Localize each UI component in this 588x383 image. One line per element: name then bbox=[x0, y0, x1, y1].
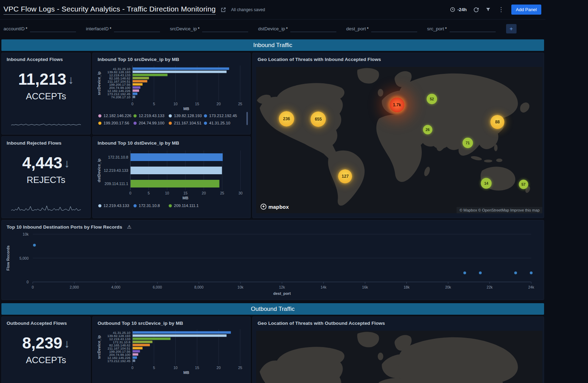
svg-text:22k: 22k bbox=[487, 285, 493, 289]
svg-text:74.208.17.10: 74.208.17.10 bbox=[111, 95, 130, 99]
dstDevice_ip-input[interactable] bbox=[290, 25, 336, 32]
legend-item[interactable]: 211.167.104.51 bbox=[169, 121, 204, 125]
svg-text:10k: 10k bbox=[23, 232, 29, 236]
filter-dstDevice_ip: dstDevice_ip* bbox=[258, 25, 336, 32]
svg-text:25: 25 bbox=[238, 366, 242, 370]
panel-outbound-src-top10: Outbound Top 10 srcDevice_ip by MB 05101… bbox=[92, 316, 251, 383]
trend-down-icon: ↓ bbox=[64, 337, 70, 350]
map-marker[interactable]: 57 bbox=[519, 179, 528, 189]
legend-item[interactable]: 12.182.146.226 bbox=[98, 114, 133, 118]
svg-text:dstDevice_ip: dstDevice_ip bbox=[97, 159, 101, 182]
legend-item[interactable]: 204.74.99.100 bbox=[133, 121, 169, 125]
svg-text:2,000: 2,000 bbox=[70, 285, 79, 289]
dest_port-input[interactable] bbox=[371, 25, 417, 32]
inbound-dst-bar-chart[interactable]: 051015202530172.31.10.812.219.43.133209.… bbox=[96, 148, 247, 201]
svg-text:14k: 14k bbox=[321, 285, 327, 289]
dashboard: VPC Flow Logs - Security Analytics - Tra… bbox=[0, 0, 545, 383]
panel-title: Inbound Rejected Flows bbox=[2, 137, 66, 146]
inbound-src-bar-chart[interactable]: 051015202541.31.25.10139.82.128.19312.21… bbox=[96, 64, 247, 112]
map-marker[interactable]: 26 bbox=[423, 125, 432, 134]
required-marker: * bbox=[110, 26, 112, 31]
legend-label: 211.167.104.51 bbox=[174, 121, 201, 125]
map-marker[interactable]: 127 bbox=[338, 169, 352, 183]
svg-text:5: 5 bbox=[153, 366, 155, 370]
src_port-input[interactable] bbox=[450, 25, 496, 32]
legend-label: 41.31.25.10 bbox=[209, 121, 230, 125]
svg-text:0: 0 bbox=[131, 366, 133, 370]
legend-label: 139.82.128.193 bbox=[174, 114, 202, 118]
map-marker[interactable]: 1.7k bbox=[390, 98, 404, 112]
svg-text:MB: MB bbox=[183, 370, 189, 375]
panel-title: Inbound Top 10 dstDevice_ip by MB bbox=[93, 137, 250, 146]
panel-title: Outbound Top 10 srcDevice_ip by MB bbox=[93, 317, 250, 326]
add-panel-button[interactable]: Add Panel bbox=[511, 5, 541, 15]
inbound-threat-map[interactable]: mapbox © Mapbox © OpenStreetMap Improve … bbox=[256, 67, 542, 213]
map-marker[interactable]: 71 bbox=[463, 138, 473, 148]
svg-text:srcDevice_ip: srcDevice_ip bbox=[97, 335, 101, 359]
legend-label: 209.114.111.1 bbox=[174, 204, 199, 208]
map-marker[interactable]: 88 bbox=[490, 115, 504, 129]
svg-text:4,000: 4,000 bbox=[111, 285, 120, 289]
map-marker[interactable]: 236 bbox=[279, 111, 294, 127]
share-icon[interactable] bbox=[221, 7, 226, 13]
legend-item[interactable]: 41.31.25.10 bbox=[204, 121, 239, 125]
map-marker[interactable]: 52 bbox=[427, 94, 437, 104]
inbound-grid: Inbound Accepted Flows 11,213↓ ACCEPTs I… bbox=[0, 53, 545, 218]
legend-label: 12.219.43.133 bbox=[139, 114, 165, 118]
filter-srcDevice_ip: srcDevice_ip* bbox=[170, 25, 248, 32]
svg-text:173.212.192.45: 173.212.192.45 bbox=[107, 359, 130, 363]
svg-text:15: 15 bbox=[195, 366, 199, 370]
legend-item[interactable]: 209.114.111.1 bbox=[169, 204, 204, 208]
filter-src_port: src_port* bbox=[427, 25, 495, 32]
svg-text:18k: 18k bbox=[404, 285, 410, 289]
dashboard-title[interactable]: VPC Flow Logs - Security Analytics - Tra… bbox=[3, 5, 216, 15]
legend-dot bbox=[204, 122, 207, 125]
svg-text:12.219.43.133: 12.219.43.133 bbox=[104, 168, 128, 173]
interfaceID-input[interactable] bbox=[114, 25, 160, 32]
svg-text:0: 0 bbox=[131, 102, 133, 106]
svg-text:5: 5 bbox=[148, 191, 150, 195]
svg-text:20: 20 bbox=[216, 366, 221, 370]
legend-item[interactable]: 172.31.10.8 bbox=[133, 204, 169, 208]
map-marker[interactable]: 14 bbox=[481, 178, 492, 189]
mapbox-logo[interactable]: mapbox bbox=[260, 204, 289, 210]
outbound-threat-map[interactable] bbox=[256, 331, 542, 383]
svg-text:5: 5 bbox=[153, 102, 155, 106]
svg-text:10: 10 bbox=[174, 102, 178, 106]
legend-item[interactable]: 139.82.128.193 bbox=[169, 114, 204, 118]
legend-label: 173.212.192.45 bbox=[209, 114, 237, 118]
panel-title: Top 10 Inbound Destination Ports by Flow… bbox=[2, 220, 544, 230]
refresh-icon[interactable] bbox=[473, 7, 479, 13]
filter-icon[interactable] bbox=[486, 7, 491, 12]
legend-label: 12.182.146.226 bbox=[104, 114, 131, 118]
legend-item[interactable]: 173.212.192.45 bbox=[204, 114, 239, 118]
srcDevice_ip-input[interactable] bbox=[202, 25, 248, 32]
outbound-grid: Outbound Accepted Flows 8,239↓ ACCEPTs O… bbox=[0, 316, 545, 383]
required-marker: * bbox=[367, 26, 369, 31]
legend-item[interactable]: 12.219.43.133 bbox=[133, 114, 169, 118]
filter-interfaceID: interfaceID* bbox=[86, 25, 160, 32]
accountID-input[interactable] bbox=[30, 25, 76, 32]
kebab-menu-icon[interactable]: ⋮ bbox=[497, 6, 505, 13]
trend-down-icon: ↓ bbox=[68, 74, 74, 86]
time-range-button[interactable]: -24h bbox=[450, 7, 467, 12]
legend-dot bbox=[169, 114, 172, 117]
legend-dot bbox=[204, 114, 207, 117]
outbound-src-bar-chart[interactable]: 051015202541.31.25.10139.82.128.19312.21… bbox=[96, 328, 247, 375]
map-marker[interactable]: 655 bbox=[311, 112, 326, 127]
svg-text:12k: 12k bbox=[279, 285, 285, 289]
ports-scatter-chart[interactable]: 05,00010k02,0004,0006,0008,00010k12k14k1… bbox=[2, 230, 543, 297]
map-attribution[interactable]: © Mapbox © OpenStreetMap Improve this ma… bbox=[457, 207, 542, 213]
legend-item[interactable]: 199.200.17.56 bbox=[98, 121, 133, 125]
section-header-inbound: Inbound Traffic bbox=[1, 39, 544, 51]
svg-text:10k: 10k bbox=[237, 285, 244, 289]
filter-label: src_port* bbox=[427, 26, 446, 31]
filter-label: accountID* bbox=[3, 26, 27, 31]
svg-text:16k: 16k bbox=[362, 285, 368, 289]
legend-scrollbar[interactable] bbox=[246, 112, 248, 125]
outbound-accepted-count: 8,239↓ bbox=[22, 334, 70, 352]
add-filter-button[interactable]: + bbox=[506, 24, 517, 33]
legend-dot bbox=[98, 204, 101, 207]
legend-item[interactable]: 12.219.43.133 bbox=[98, 204, 133, 208]
warning-icon[interactable]: ⚠ bbox=[127, 224, 132, 230]
